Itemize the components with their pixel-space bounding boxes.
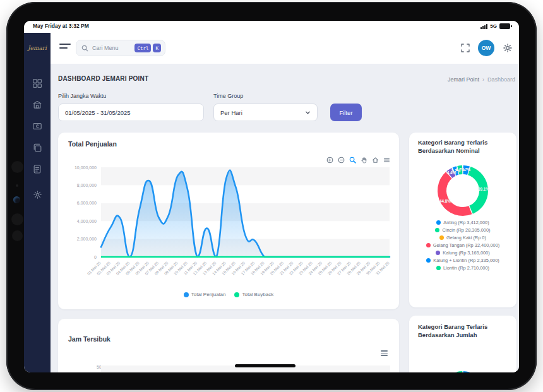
legend-item[interactable]: Kalung + Liontin (Rp 2,335,000) [415,258,510,263]
search-input[interactable]: Cari Menu Ctrl K [76,40,165,56]
legend-item[interactable]: Cincin (Rp 28,305,000) [415,227,510,233]
card-title: Kategori Barang Terlaris Berdasarkan Nom… [418,139,510,155]
sidebar-item-pos[interactable] [24,117,51,138]
shortcut-key-k: K [153,44,161,52]
legend-label: Cincin (Rp 28,305,000) [442,227,490,233]
settings-button[interactable] [503,43,513,56]
svg-text:8,000,000: 8,000,000 [77,183,97,187]
camera-module-icon [11,161,23,173]
tablet-screen: May Friday at 3:32 PM 5G Jemari [24,21,519,372]
gear-icon [503,43,513,53]
app-logo: Jemari [24,33,51,63]
legend-dot-icon [184,292,189,297]
signal-icon [480,24,487,29]
gear-icon [33,190,42,202]
avatar[interactable]: OW [478,40,494,56]
network-label: 5G [490,23,497,29]
shortcut-key-ctrl: Ctrl [134,44,151,52]
dashboard-grid-icon [32,78,42,91]
breadcrumb: Jemari Point › Dashboard [448,76,515,83]
legend-label: Total Buyback [242,292,273,297]
breadcrumb-separator: › [482,76,484,83]
legend-item[interactable]: Anting (Rp 3,412,000) [415,220,510,225]
legend-label: Anting (Rp 3,412,000) [443,220,489,225]
card-total-penjualan: Total Penjualan 10,000,0008,000,0006,000… [58,133,399,309]
svg-text:10,000,000: 10,000,000 [75,165,97,170]
copy-documents-icon [32,143,42,155]
main-content: DASHBOARD JEMARI POINT Jemari Point › Da… [51,64,519,372]
svg-text:3.7%: 3.7% [456,167,465,172]
svg-text:4,000,000: 4,000,000 [77,219,97,223]
card-machine-icon [32,121,42,134]
fullscreen-button[interactable] [460,43,470,56]
legend-dot-icon [439,235,444,240]
sales-area-chart[interactable]: 10,000,0008,000,0006,000,0004,000,0002,0… [59,163,395,290]
legend-label: Gelang Kaki (Rp 0) [446,235,486,241]
chart-menu-icon[interactable] [381,350,388,357]
legend-label: Gelang Tangan (Rp 32,400,000) [433,242,499,248]
nominal-donut-chart[interactable]: 4.7%39.1%44.8%4.4%3.2%3.7% [419,154,507,229]
jumlah-donut-chart[interactable]: 4.6%38.5%44.5%4.2%3.9%4.3% [419,352,507,372]
legend-label: Kalung + Liontin (Rp 2,335,000) [433,258,499,263]
card-kategori-nominal: Kategori Barang Terlaris Berdasarkan Nom… [409,133,516,307]
legend-dot-icon [436,220,441,225]
legend-dot-icon [426,258,431,263]
legend-dot-icon [436,266,441,270]
invoice-icon [32,164,42,177]
sidebar-item-dashboard[interactable] [24,74,51,95]
sidebar-item-transactions[interactable] [24,138,51,160]
breadcrumb-parent[interactable]: Jemari Point [448,76,479,83]
card-kategori-jumlah: Kategori Barang Terlaris Berdasarkan Jum… [409,316,516,372]
legend-item[interactable]: Liontin (Rp 2,710,000) [415,265,510,271]
sidebar-item-reports[interactable] [24,160,51,181]
search-icon [81,45,88,52]
app-header: Cari Menu Ctrl K OW [51,33,519,64]
home-indicator[interactable] [235,364,295,367]
svg-text:6,000,000: 6,000,000 [77,201,97,205]
donut-legend: Anting (Rp 3,412,000)Cincin (Rp 28,305,0… [409,220,516,271]
svg-text:0: 0 [94,255,97,259]
screenshot-stage: May Friday at 3:32 PM 5G Jemari [0,0,543,392]
chart-legend: Total PenjualanTotal Buyback [58,292,399,297]
legend-dot-icon [436,251,440,255]
battery-icon [499,23,510,29]
sidebar: Jemari [24,33,51,372]
card-jam-tersibuk: Jam Tersibuk 50,000,000 [58,319,399,372]
legend-item[interactable]: Kalung (Rp 3,165,000) [415,250,510,256]
svg-text:39.1%: 39.1% [478,187,489,191]
date-range-input[interactable] [58,104,204,121]
store-icon [32,100,42,112]
svg-text:44.8%: 44.8% [439,199,451,203]
card-title: Kategori Barang Terlaris Berdasarkan Jum… [418,323,510,339]
legend-item[interactable]: Gelang Kaki (Rp 0) [415,235,510,241]
status-time: May Friday at 3:32 PM [33,23,89,29]
chevron-down-icon [305,110,311,116]
legend-item[interactable]: Total Penjualan [184,292,226,297]
legend-dot-icon [426,243,431,247]
time-group-label: Time Group [213,93,243,99]
camera-module-icon [11,213,23,225]
legend-label: Total Penjualan [191,292,226,297]
sidebar-item-settings[interactable] [24,185,51,206]
card-title: Total Penjualan [68,140,117,148]
camera-lens-icon [13,196,20,203]
sidebar-item-store[interactable] [24,95,51,117]
page-title: DASHBOARD JEMARI POINT [58,75,148,82]
breadcrumb-current: Dashboard [487,76,515,83]
legend-item[interactable]: Total Buyback [234,292,273,297]
svg-text:2,000,000: 2,000,000 [77,237,97,241]
filter-button[interactable]: Filter [330,104,362,121]
date-range-label: Pilih Jangka Waktu [58,93,106,99]
menu-toggle-icon[interactable] [59,44,71,50]
legend-dot-icon [435,228,439,232]
camera-module-icon [12,230,23,241]
status-bar: May Friday at 3:32 PM 5G [24,21,519,33]
card-title: Jam Tersibuk [68,335,110,343]
time-group-value: Per Hari [220,109,242,116]
legend-item[interactable]: Gelang Tangan (Rp 32,400,000) [415,242,510,248]
fullscreen-icon [460,43,470,53]
search-placeholder: Cari Menu [92,45,133,51]
camera-dot-icon [16,184,18,187]
time-group-select[interactable]: Per Hari [213,104,318,121]
legend-label: Liontin (Rp 2,710,000) [443,265,489,271]
